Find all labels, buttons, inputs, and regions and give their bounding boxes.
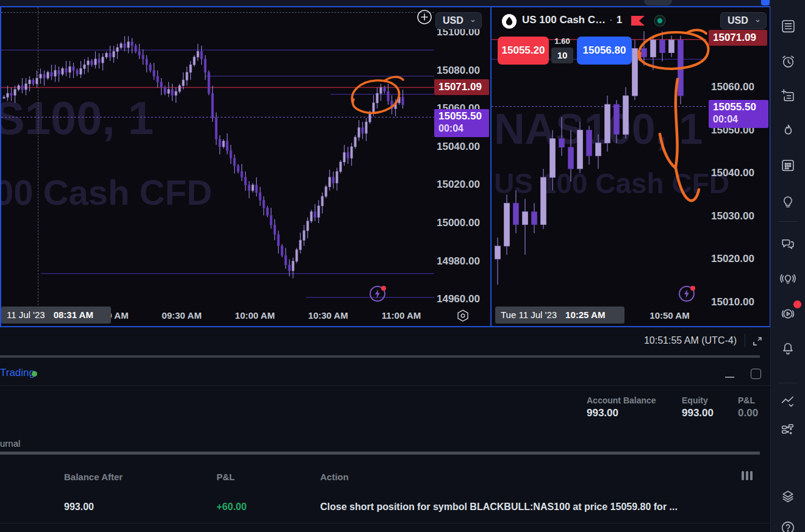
restore-panel-button[interactable] xyxy=(751,369,761,379)
time-tick: 11:00 AM xyxy=(382,310,421,321)
price-tick: 15030.00 xyxy=(711,210,754,222)
high-price-label: 15071.09 xyxy=(709,30,767,46)
table-resize-handle[interactable] xyxy=(0,452,760,455)
calendar-button[interactable] xyxy=(776,153,800,177)
time-tick: 10:30 AM xyxy=(308,310,348,321)
manage-columns-icon[interactable] xyxy=(742,471,753,480)
axis-settings-hexagon-icon[interactable] xyxy=(456,308,470,325)
spread-points[interactable]: 10 xyxy=(551,48,573,63)
current-price-label: 15055.50 00:04 xyxy=(709,100,768,128)
summary-value: 0.00 xyxy=(738,407,758,419)
symbol-title[interactable]: US 100 Cash C…·1 xyxy=(522,14,622,26)
currency-dropdown-right[interactable]: USD⌄ xyxy=(720,12,767,29)
market-status-bolt-icon[interactable] xyxy=(369,285,387,305)
layers-icon xyxy=(780,489,796,505)
current-price-label: 15055.50 00:04 xyxy=(434,109,489,137)
top-right-button-fragment[interactable] xyxy=(761,0,770,5)
price-tick: 15080.00 xyxy=(437,65,480,77)
time-tick: 09:30 AM xyxy=(162,310,201,321)
notification-badge xyxy=(793,300,801,308)
chat-icon xyxy=(780,236,796,252)
right-toolbar xyxy=(770,0,805,532)
sell-button[interactable]: 15055.20 xyxy=(498,37,549,65)
trading-panel: Trading Account Balance993.00Equity993.0… xyxy=(0,355,771,532)
time-tick: 10:00 AM xyxy=(235,310,274,321)
buy-button[interactable]: 15056.80 xyxy=(577,37,632,65)
connected-status-dot xyxy=(32,371,37,377)
price-tick: 15040.00 xyxy=(437,141,480,153)
divider xyxy=(778,383,798,383)
price-tick: 15040.00 xyxy=(711,167,754,179)
add-journal-icon xyxy=(780,88,796,104)
hotlist-icon xyxy=(780,122,796,138)
crosshair-vertical xyxy=(38,7,38,305)
price-tick: 14960.00 xyxy=(437,293,480,305)
chart-pane-right[interactable]: NAS100, 1 US 100 Cash CFD 15060.0015050.… xyxy=(490,7,770,326)
top-strip xyxy=(0,0,771,6)
price-tick: 15020.00 xyxy=(437,179,480,191)
watchlist-button[interactable] xyxy=(776,13,800,38)
hotlist-button[interactable] xyxy=(776,118,800,143)
chevron-down-icon: ⌄ xyxy=(754,12,761,27)
live-ideas-button[interactable] xyxy=(776,266,800,291)
crosshair-horizontal xyxy=(1,12,434,13)
divider xyxy=(745,334,745,347)
object-grid-button[interactable] xyxy=(776,417,800,442)
summary-label: P&L xyxy=(738,395,755,405)
column-header[interactable]: Balance After xyxy=(64,472,123,482)
market-status-bolt-icon[interactable] xyxy=(678,285,696,305)
notifications-button[interactable] xyxy=(776,336,800,361)
divider xyxy=(778,221,798,222)
alarm-button[interactable] xyxy=(776,49,800,73)
time-tick: 10:50 AM xyxy=(649,310,689,321)
calendar-icon xyxy=(780,157,796,173)
object-grid-icon xyxy=(780,422,796,438)
help-icon xyxy=(780,520,796,532)
my-trends-button[interactable] xyxy=(776,388,800,413)
watchlist-icon xyxy=(780,18,796,34)
ideas-button[interactable] xyxy=(776,189,800,213)
summary-label: Account Balance xyxy=(587,395,656,405)
price-tick: 15000.00 xyxy=(437,217,480,229)
chat-button[interactable] xyxy=(776,232,800,256)
flag-icon[interactable] xyxy=(631,15,645,29)
time-crosshair-tooltip: Tue 11 Jul '2310:25 AM xyxy=(495,307,624,324)
trading-platform-window: S100, 1 00 Cash CFD 15100.0015080.001506… xyxy=(0,0,805,532)
tooltip-date: 11 Jul '23 xyxy=(7,310,45,320)
top-tab-nub xyxy=(644,0,672,5)
help-button[interactable] xyxy=(776,516,800,532)
column-header[interactable]: P&L xyxy=(216,472,235,482)
expand-panel-icon[interactable] xyxy=(751,335,764,350)
clock: 10:51:55 AM (UTC-4) xyxy=(644,335,737,346)
column-header[interactable]: Action xyxy=(320,472,349,482)
tooltip-time: 10:25 AM xyxy=(565,310,605,320)
broker-droplet-logo[interactable] xyxy=(501,13,517,32)
divider xyxy=(0,385,771,386)
high-price-label: 15071.09 xyxy=(434,79,489,95)
cell-balance-after: 993.00 xyxy=(64,502,94,512)
add-alert-plus-icon[interactable] xyxy=(417,9,432,27)
price-tick: 14980.00 xyxy=(437,255,480,268)
candlestick-plot-left[interactable] xyxy=(1,7,490,307)
alarm-icon xyxy=(780,53,796,69)
layers-button[interactable] xyxy=(776,484,800,509)
divider xyxy=(0,523,771,523)
tab-journal[interactable]: urnal xyxy=(0,438,20,449)
chevron-down-icon: ⌄ xyxy=(470,12,476,27)
panel-resize-handle[interactable] xyxy=(0,355,760,358)
chart-pane-left[interactable]: S100, 1 00 Cash CFD 15100.0015080.001506… xyxy=(1,7,490,326)
time-crosshair-tooltip: 11 Jul '2308:31 AM xyxy=(1,307,111,324)
minimize-panel-button[interactable] xyxy=(725,377,734,378)
cell-action: Close short position for symbol BLACKBUL… xyxy=(320,502,678,512)
price-tick: 15010.00 xyxy=(711,296,754,308)
currency-dropdown-left[interactable]: USD⌄ xyxy=(435,12,482,29)
connection-status-dot[interactable] xyxy=(654,15,666,29)
streams-button[interactable] xyxy=(776,302,800,326)
summary-label: Equity xyxy=(682,395,708,405)
add-journal-button[interactable] xyxy=(776,83,800,108)
price-tick: 15020.00 xyxy=(711,253,754,265)
streams-icon xyxy=(780,306,796,322)
tooltip-date: Tue 11 Jul '23 xyxy=(501,310,557,320)
tab-trading[interactable]: Trading xyxy=(0,367,35,379)
summary-value: 993.00 xyxy=(682,407,714,419)
